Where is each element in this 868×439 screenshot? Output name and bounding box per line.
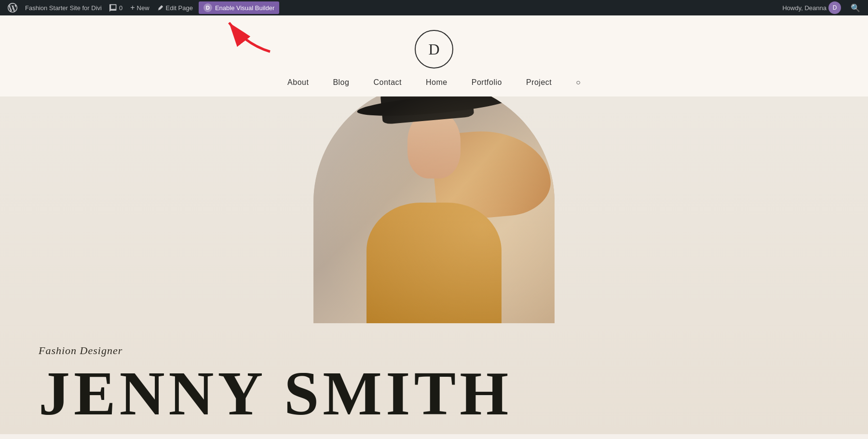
edit-page-item[interactable]: Edit Page — [153, 0, 197, 15]
nav-blog[interactable]: Blog — [333, 78, 349, 87]
main-nav: About Blog Contact Home Portfolio Projec… — [287, 78, 581, 87]
fashion-designer-label: Fashion Designer — [39, 344, 829, 357]
howdy-item[interactable]: Howdy, Deanna D — [778, 0, 845, 15]
admin-bar-right: Howdy, Deanna D 🔍 — [778, 0, 864, 15]
edit-page-label: Edit Page — [166, 4, 193, 12]
hero-text: Fashion Designer JENNY SMITH — [0, 344, 868, 425]
nav-portfolio[interactable]: Portfolio — [472, 78, 502, 87]
site-content: D About Blog Contact Home Portfolio Proj… — [0, 0, 868, 434]
site-header: D About Blog Contact Home Portfolio Proj… — [0, 15, 868, 96]
site-title: Fashion Starter Site for Divi — [25, 4, 102, 12]
wp-logo-item[interactable] — [4, 0, 21, 15]
hero-name: JENNY SMITH — [39, 362, 829, 425]
comments-item[interactable]: 0 — [106, 0, 126, 15]
nav-contact[interactable]: Contact — [373, 78, 402, 87]
enable-visual-builder-button[interactable]: D Enable Visual Builder — [199, 1, 279, 14]
site-logo[interactable]: D — [415, 30, 453, 69]
site-name-item[interactable]: Fashion Starter Site for Divi — [21, 0, 106, 15]
admin-bar: Fashion Starter Site for Divi 0 + New Ed… — [0, 0, 868, 15]
hero-portrait-container — [313, 96, 555, 323]
nav-about[interactable]: About — [287, 78, 309, 87]
divi-d-icon: D — [203, 3, 212, 12]
search-admin-item[interactable]: 🔍 — [847, 0, 864, 15]
comments-count: 0 — [119, 4, 122, 12]
nav-home[interactable]: Home — [426, 78, 448, 87]
plus-icon: + — [130, 3, 135, 12]
howdy-label: Howdy, Deanna — [782, 4, 827, 12]
new-label: New — [137, 4, 149, 12]
hero-section: Fashion Designer JENNY SMITH — [0, 96, 868, 434]
nav-search-icon[interactable]: ○ — [576, 78, 581, 87]
user-avatar: D — [828, 1, 841, 14]
sweater — [366, 203, 502, 323]
wordpress-icon — [8, 3, 17, 13]
enable-visual-builder-label: Enable Visual Builder — [215, 4, 274, 12]
new-item[interactable]: + New — [126, 0, 153, 15]
comments-icon — [109, 4, 117, 12]
nav-project[interactable]: Project — [526, 78, 552, 87]
edit-icon — [157, 4, 164, 11]
search-admin-icon: 🔍 — [851, 3, 860, 13]
hero-portrait-circle — [313, 96, 555, 323]
